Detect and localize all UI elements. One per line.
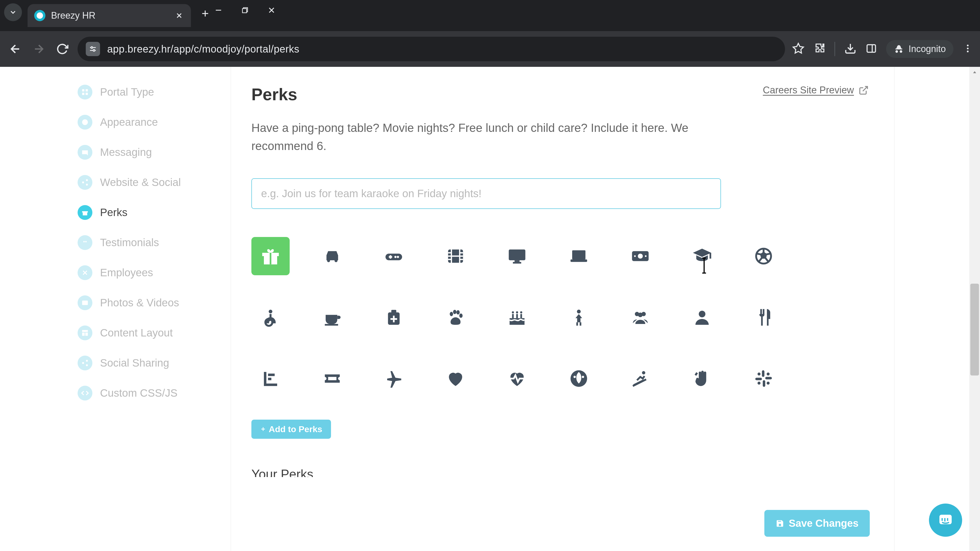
- perk-icon-utensils[interactable]: [745, 298, 783, 337]
- svg-point-48: [334, 259, 337, 262]
- sidebar-item-custom-css-js[interactable]: Custom CSS/JS: [78, 378, 218, 408]
- add-to-perks-button[interactable]: Add to Perks: [251, 420, 331, 439]
- download-icon: [844, 42, 856, 55]
- perk-icon-desktop[interactable]: [498, 237, 536, 275]
- browser-menu-button[interactable]: [963, 43, 973, 55]
- scroll-thumb[interactable]: [970, 284, 979, 375]
- perk-icon-rebel[interactable]: [560, 359, 598, 398]
- preview-label: Careers Site Preview: [763, 85, 854, 96]
- window-controls: [213, 5, 291, 16]
- svg-point-118: [757, 372, 760, 375]
- perk-icon-ticket[interactable]: [313, 359, 352, 398]
- svg-point-112: [642, 371, 646, 374]
- careers-site-preview-link[interactable]: Careers Site Preview: [763, 85, 869, 96]
- sidebar-item-social-sharing[interactable]: Social Sharing: [78, 348, 218, 378]
- save-changes-button[interactable]: Save Changes: [764, 510, 870, 537]
- perk-icon-paw[interactable]: [436, 298, 475, 337]
- window-minimize-button[interactable]: [213, 5, 224, 16]
- perk-icon-heart[interactable]: [436, 359, 475, 398]
- svg-line-77: [759, 258, 762, 262]
- new-tab-button[interactable]: [197, 6, 213, 21]
- sidebar-item-content-layout[interactable]: Content Layout: [78, 318, 218, 348]
- plus-icon: [260, 426, 266, 432]
- svg-rect-65: [513, 262, 522, 264]
- gift-icon: [78, 205, 92, 220]
- sidebar-item-appearance[interactable]: Appearance: [78, 107, 218, 137]
- browser-toolbar: app.breezy.hr/app/c/moodjoy/portal/perks…: [0, 31, 980, 67]
- tabs-dropdown-button[interactable]: [4, 3, 22, 21]
- url-text: app.breezy.hr/app/c/moodjoy/portal/perks: [107, 43, 299, 55]
- site-controls-button[interactable]: [86, 42, 100, 56]
- sidebar-item-label: Social Sharing: [100, 357, 169, 369]
- perk-icon-coffee[interactable]: [313, 298, 352, 337]
- sidebar-item-portal-type[interactable]: Portal Type: [78, 77, 218, 107]
- incognito-badge[interactable]: Incognito: [886, 40, 953, 58]
- address-bar[interactable]: app.breezy.hr/app/c/moodjoy/portal/perks: [78, 37, 785, 61]
- svg-point-86: [450, 312, 453, 316]
- svg-rect-115: [765, 377, 772, 380]
- perk-icon-skiing[interactable]: [621, 359, 659, 398]
- window-close-button[interactable]: [266, 5, 277, 16]
- perk-icon-child[interactable]: [560, 298, 598, 337]
- perk-icon-plane[interactable]: [375, 359, 413, 398]
- window-maximize-button[interactable]: [239, 5, 251, 16]
- perk-icon-slack[interactable]: [745, 359, 783, 398]
- sidebar-item-testimonials[interactable]: Testimonials: [78, 227, 218, 258]
- perk-icon-user[interactable]: [683, 298, 721, 337]
- perk-icon-heartbeat[interactable]: [498, 359, 536, 398]
- close-icon: [175, 11, 183, 20]
- perk-icon-money[interactable]: [621, 237, 659, 275]
- back-button[interactable]: [7, 41, 24, 57]
- svg-rect-90: [510, 318, 525, 325]
- perk-icon-car[interactable]: [313, 237, 352, 275]
- svg-point-119: [767, 372, 770, 375]
- sidepanel-button[interactable]: [865, 43, 877, 55]
- scroll-up-button[interactable]: [969, 67, 980, 78]
- svg-point-41: [82, 362, 84, 364]
- reload-button[interactable]: [54, 41, 70, 57]
- tab-close-button[interactable]: [174, 11, 184, 21]
- svg-rect-93: [520, 314, 522, 318]
- svg-point-94: [512, 311, 514, 313]
- svg-rect-24: [86, 89, 88, 92]
- perk-icon-film[interactable]: [436, 237, 475, 275]
- svg-point-95: [516, 311, 518, 313]
- extensions-button[interactable]: [814, 43, 825, 56]
- downloads-button[interactable]: [844, 42, 856, 56]
- quote-icon: [78, 235, 92, 250]
- svg-point-21: [967, 48, 969, 49]
- sidebar-item-website-social[interactable]: Website & Social: [78, 167, 218, 197]
- perk-icon-birthday[interactable]: [498, 298, 536, 337]
- perk-icon-medical[interactable]: [375, 298, 413, 337]
- svg-rect-92: [516, 314, 518, 318]
- perk-icon-group[interactable]: [621, 298, 659, 337]
- forward-button[interactable]: [30, 41, 47, 57]
- perk-icon-hand[interactable]: [683, 359, 721, 398]
- perk-input[interactable]: [251, 178, 721, 209]
- perk-icon-gift[interactable]: [251, 237, 290, 275]
- svg-point-50: [397, 256, 399, 258]
- vertical-scrollbar[interactable]: [969, 67, 980, 551]
- browser-tab[interactable]: Breezy HR: [27, 4, 191, 27]
- sidebar: Portal Type Appearance Messaging Website…: [76, 67, 231, 551]
- svg-point-111: [582, 376, 584, 378]
- kebab-icon: [963, 43, 973, 54]
- perk-icon-chart[interactable]: [251, 359, 290, 398]
- perk-icon-gamepad[interactable]: [375, 237, 413, 275]
- sidebar-item-employees[interactable]: Employees: [78, 258, 218, 288]
- breezy-favicon: [34, 10, 45, 21]
- sidebar-item-perks[interactable]: Perks: [78, 197, 218, 227]
- perk-icon-accessibility[interactable]: [251, 298, 290, 337]
- reload-icon: [56, 43, 68, 55]
- sidebar-item-label: Appearance: [100, 116, 158, 128]
- perk-icon-laptop[interactable]: [560, 237, 598, 275]
- perk-icon-soccer[interactable]: [745, 237, 783, 275]
- intercom-chat-button[interactable]: [929, 503, 962, 537]
- svg-rect-117: [756, 378, 762, 380]
- sidebar-item-messaging[interactable]: Messaging: [78, 137, 218, 167]
- svg-point-30: [86, 184, 88, 186]
- sidebar-item-photos-videos[interactable]: Photos & Videos: [78, 288, 218, 318]
- svg-line-75: [766, 254, 770, 254]
- svg-point-69: [638, 254, 643, 259]
- bookmark-button[interactable]: [792, 42, 804, 56]
